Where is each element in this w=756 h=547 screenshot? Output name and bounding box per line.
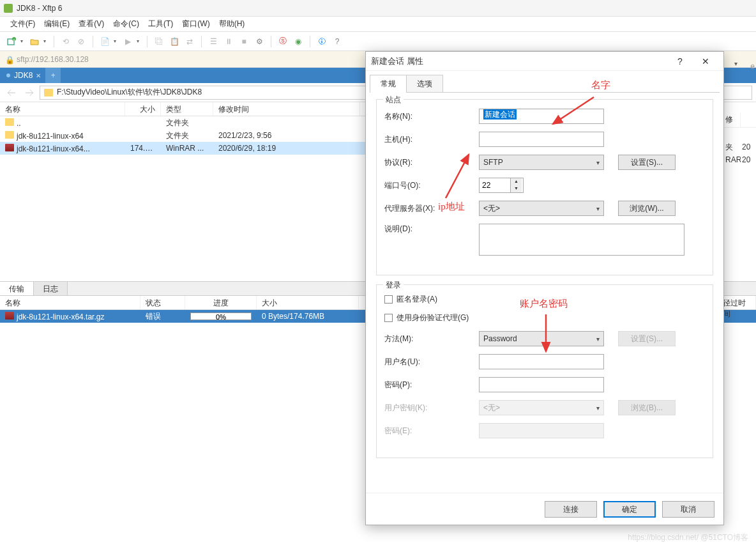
protocol-label: 协议(R): <box>384 157 474 168</box>
col-size[interactable]: 大小 <box>125 102 161 116</box>
new-session-icon[interactable]: + <box>5 35 18 48</box>
dialog-titlebar[interactable]: 新建会话 属性 ? ✕ <box>366 52 723 71</box>
path-text: F:\StudyVideo\Linux\软件\软件\JDK8\JDK8 <box>57 87 202 98</box>
open-folder-icon[interactable] <box>28 35 41 48</box>
pause-icon[interactable]: ⏸ <box>222 35 235 48</box>
tab-log[interactable]: 日志 <box>34 282 68 295</box>
transfer-icon[interactable]: ⇄ <box>183 35 196 48</box>
back-button[interactable]: 🡠 <box>4 86 19 100</box>
key-label: 用户密钥(K): <box>384 403 474 413</box>
method-label: 方法(M): <box>384 334 474 344</box>
properties-icon[interactable]: ☰ <box>207 35 220 48</box>
archive-icon <box>5 144 14 151</box>
window-titlebar: JDK8 - Xftp 6 <box>0 0 756 17</box>
host-input[interactable] <box>479 132 604 147</box>
method-setup-button: 设置(S)... <box>618 331 676 346</box>
play-icon[interactable]: ▶ <box>121 35 134 48</box>
script-green-icon[interactable]: ◉ <box>292 35 305 48</box>
paste-icon[interactable]: 📋 <box>168 35 181 48</box>
col-name[interactable]: 名称 <box>0 102 125 116</box>
chevron-down-icon[interactable]: ▾ <box>137 38 142 44</box>
desc-textarea[interactable] <box>479 224 684 256</box>
method-select[interactable]: Password▾ <box>479 331 604 346</box>
menu-view[interactable]: 查看(V) <box>75 17 108 31</box>
close-icon[interactable]: ✕ <box>34 71 43 80</box>
window-title: JDK8 - Xftp 6 <box>17 4 62 13</box>
app-icon <box>4 4 13 13</box>
lock-icon: 🔒 <box>5 56 13 63</box>
passphrase-input <box>479 423 604 438</box>
menu-tools[interactable]: 工具(T) <box>144 17 177 31</box>
address-suffix: e <box>750 62 755 71</box>
progress-bar: 0% <box>190 312 252 320</box>
tab-label: JDK8 <box>14 71 33 80</box>
stop-icon[interactable]: ■ <box>238 35 250 48</box>
protocol-select[interactable]: SFTP▾ <box>479 155 604 170</box>
user-input[interactable] <box>479 354 604 369</box>
spin-up-icon[interactable]: ▲ <box>511 178 522 185</box>
connect-button[interactable]: 连接 <box>545 501 597 518</box>
port-label: 端口号(O): <box>384 180 474 191</box>
chevron-down-icon[interactable]: ▾ <box>734 60 743 67</box>
agent-checkbox[interactable]: 使用身份验证代理(G) <box>384 312 469 323</box>
name-label: 名称(N): <box>384 111 474 122</box>
close-button[interactable]: ✕ <box>693 52 718 70</box>
dialog-tab-general[interactable]: 常规 <box>370 75 407 93</box>
chevron-down-icon: ▾ <box>596 205 600 212</box>
folder-up-icon <box>5 118 14 126</box>
menu-file[interactable]: 文件(F) <box>6 17 39 31</box>
help-icon[interactable]: ? <box>331 35 344 48</box>
proxy-label: 代理服务器(X): <box>384 203 474 214</box>
tab-transfer[interactable]: 传输 <box>0 282 34 295</box>
menu-cmd[interactable]: 命令(C) <box>109 17 143 31</box>
menubar: 文件(F) 编辑(E) 查看(V) 命令(C) 工具(T) 窗口(W) 帮助(H… <box>0 17 756 32</box>
ok-button[interactable]: 确定 <box>603 501 656 518</box>
port-input[interactable]: ▲▼ <box>479 178 524 193</box>
col-modified[interactable]: 修改时间 <box>213 102 360 116</box>
spin-down-icon[interactable]: ▼ <box>511 185 522 192</box>
add-tab-button[interactable]: + <box>45 68 61 83</box>
pass-label: 密码(P): <box>384 380 474 390</box>
chevron-down-icon[interactable]: ▾ <box>20 38 26 44</box>
browse-proxy-button[interactable]: 浏览(W)... <box>618 201 676 216</box>
session-tab-jdk8[interactable]: JDK8 ✕ <box>0 68 45 83</box>
chevron-down-icon[interactable]: ▾ <box>114 38 119 44</box>
proxy-select[interactable]: <无>▾ <box>479 201 604 216</box>
name-input[interactable]: 新建会话 <box>479 109 604 124</box>
forward-button[interactable]: 🡢 <box>22 86 37 100</box>
menu-help[interactable]: 帮助(H) <box>215 17 249 31</box>
gear-icon[interactable]: ⚙ <box>253 35 266 48</box>
th-progress[interactable]: 进度 <box>185 296 257 309</box>
key-select: <无>▾ <box>479 400 604 415</box>
new-file-icon[interactable]: 📄 <box>98 35 111 48</box>
setup-button[interactable]: 设置(S)... <box>618 155 676 170</box>
pass-input[interactable] <box>479 377 604 392</box>
watermark: https://blog.csdn.net/ @51CTO博客 <box>628 532 748 543</box>
disconnect-icon[interactable]: ⊘ <box>75 35 87 48</box>
col-right-a[interactable]: 修 <box>724 112 741 127</box>
menu-edit[interactable]: 编辑(E) <box>40 17 73 31</box>
help-blue-icon[interactable]: 🛈 <box>315 35 328 48</box>
col-type[interactable]: 类型 <box>161 102 213 116</box>
svg-text:+: + <box>13 37 15 41</box>
th-name[interactable]: 名称 <box>0 296 140 309</box>
script-red-icon[interactable]: ⓢ <box>276 35 289 48</box>
th-size[interactable]: 大小 <box>257 296 359 309</box>
chevron-down-icon: ▾ <box>596 404 600 412</box>
help-button[interactable]: ? <box>667 52 693 70</box>
anonymous-checkbox[interactable]: 匿名登录(A) <box>384 294 437 305</box>
chevron-down-icon[interactable]: ▾ <box>43 38 49 44</box>
th-status[interactable]: 状态 <box>140 296 185 309</box>
tab-status-icon <box>6 73 10 77</box>
folder-icon <box>44 89 53 96</box>
address-url: sftp://192.168.30.128 <box>17 55 89 64</box>
cancel-button[interactable]: 取消 <box>662 501 714 518</box>
menu-window[interactable]: 窗口(W) <box>178 17 213 31</box>
login-fieldset: 登录 匿名登录(A) 使用身份验证代理(G) 方法(M): Password▾ … <box>376 284 713 458</box>
user-label: 用户名(U): <box>384 357 474 367</box>
reconnect-icon[interactable]: ⟲ <box>59 35 72 48</box>
dialog-tab-options[interactable]: 选项 <box>406 75 443 93</box>
site-legend: 站点 <box>383 95 404 105</box>
copy-icon[interactable]: ⿻ <box>153 35 165 48</box>
folder-icon <box>5 131 14 139</box>
